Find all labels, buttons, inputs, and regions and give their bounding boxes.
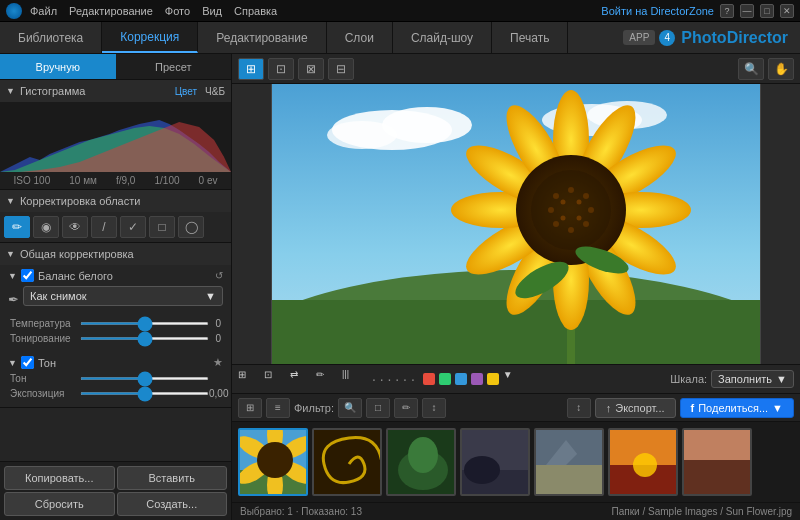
svg-point-24 [583, 193, 589, 199]
filmstrip-thumb-1[interactable] [238, 428, 308, 496]
fs-rect-btn[interactable]: □ [366, 398, 390, 418]
pan-tool-btn[interactable]: ✋ [768, 58, 794, 80]
tab-edit[interactable]: Редактирование [198, 22, 326, 53]
fs-edit-btn[interactable]: ✏ [394, 398, 418, 418]
wb-value: Как снимок [30, 290, 87, 302]
tool-rect[interactable]: □ [149, 216, 175, 238]
menu-edit[interactable]: Редактирование [69, 5, 153, 17]
app-title-photo: Photo [681, 29, 726, 46]
filmstrip-thumb-7[interactable] [682, 428, 752, 496]
tab-library[interactable]: Библиотека [0, 22, 102, 53]
reset-button[interactable]: Сбросить [4, 492, 115, 516]
statusbar-right: Папки / Sample Images / Sun Flower.jpg [612, 506, 792, 517]
bt-edit[interactable]: ✏ [316, 369, 338, 389]
fs-sort-btn[interactable]: ↕ [422, 398, 446, 418]
tab-print[interactable]: Печать [492, 22, 568, 53]
view-btn-detail[interactable]: ⊟ [328, 58, 354, 80]
minimize-btn[interactable]: — [740, 4, 754, 18]
fs-right-sort-btn[interactable]: ↕ [567, 398, 591, 418]
tone-header: ▼ Тон ★ [8, 356, 223, 369]
tab-layers[interactable]: Слои [327, 22, 393, 53]
wb-dropdown-row: ✒ Как снимок ▼ [8, 286, 223, 312]
color-yellow[interactable] [487, 373, 499, 385]
tab-slideshow[interactable]: Слайд-шоу [393, 22, 492, 53]
hue-slider[interactable] [80, 377, 209, 380]
bw-label[interactable]: Ч&Б [205, 86, 225, 97]
filmstrip-thumb-4[interactable] [460, 428, 530, 496]
export-button[interactable]: ↑ Экспорт... [595, 398, 676, 418]
menu-view[interactable]: Вид [202, 5, 222, 17]
svg-point-22 [531, 170, 611, 250]
menu-help[interactable]: Справка [234, 5, 277, 17]
statusbar-left: Выбрано: 1 · Показано: 13 [240, 506, 362, 517]
bt-view1[interactable]: ⊞ [238, 369, 260, 389]
bt-arrows[interactable]: ⇄ [290, 369, 312, 389]
close-btn[interactable]: ✕ [780, 4, 794, 18]
zoom-tool-btn[interactable]: 🔍 [738, 58, 764, 80]
tab-correction[interactable]: Коррекция [102, 22, 198, 53]
histogram-header-right: Цвет Ч&Б [175, 86, 225, 97]
maximize-btn[interactable]: □ [760, 4, 774, 18]
filmstrip-thumb-5[interactable] [534, 428, 604, 496]
filmstrip-thumb-3[interactable] [386, 428, 456, 496]
histogram-section: ▼ Гистограмма Цвет Ч&Б [0, 80, 231, 190]
svg-point-33 [561, 216, 566, 221]
subtab-preset[interactable]: Пресет [116, 54, 232, 79]
dirzone-link[interactable]: Войти на DirectorZone [601, 5, 714, 17]
thumb-4-svg [462, 430, 530, 496]
color-green[interactable] [439, 373, 451, 385]
wb-checkbox[interactable] [21, 269, 34, 282]
wb-dropdown[interactable]: Как снимок ▼ [23, 286, 223, 306]
tool-eye[interactable]: 👁 [62, 216, 88, 238]
region-correction-header[interactable]: ▼ Корректировка области [0, 190, 231, 212]
color-red[interactable] [423, 373, 435, 385]
exposure-slider[interactable] [80, 392, 209, 395]
view-btn-compare[interactable]: ⊡ [268, 58, 294, 80]
fs-grid-btn[interactable]: ⊞ [238, 398, 262, 418]
subtab-manual[interactable]: Вручную [0, 54, 116, 79]
menu-file[interactable]: Файл [30, 5, 57, 17]
image-viewer[interactable] [232, 84, 800, 364]
tool-circle[interactable]: ◉ [33, 216, 59, 238]
color-purple[interactable] [471, 373, 483, 385]
bt-view2[interactable]: ⊡ [264, 369, 286, 389]
tool-check[interactable]: ✓ [120, 216, 146, 238]
color-label[interactable]: Цвет [175, 86, 197, 97]
tone-star-icon[interactable]: ★ [213, 356, 223, 369]
facebook-icon: f [691, 402, 695, 414]
share-button[interactable]: f Поделиться... ▼ [680, 398, 794, 418]
scale-dropdown[interactable]: Заполнить ▼ [711, 370, 794, 388]
view-btn-single[interactable]: ⊞ [238, 58, 264, 80]
tool-slash[interactable]: / [91, 216, 117, 238]
help-btn[interactable]: ? [720, 4, 734, 18]
paste-button[interactable]: Вставить [117, 466, 228, 490]
color-blue[interactable] [455, 373, 467, 385]
create-button[interactable]: Создать... [117, 492, 228, 516]
view-btn-grid[interactable]: ⊠ [298, 58, 324, 80]
histogram-label: Гистограмма [20, 85, 86, 97]
histogram-header[interactable]: ▼ Гистограмма Цвет Ч&Б [0, 80, 231, 102]
filmstrip-thumb-6[interactable] [608, 428, 678, 496]
bt-filter[interactable]: ▼ [503, 369, 525, 389]
general-correction-header[interactable]: ▼ Общая корректировка [0, 243, 231, 265]
thumb-5-svg [536, 430, 604, 496]
white-balance-item: ▼ Баланс белого ↺ ✒ Как снимок ▼ Темпера… [0, 265, 231, 352]
temp-slider[interactable] [80, 322, 209, 325]
photo-svg [271, 84, 761, 364]
toning-slider[interactable] [80, 337, 209, 340]
wb-reset-btn[interactable]: ↺ [215, 270, 223, 281]
main-area: Вручную Пресет ▼ Гистограмма Цвет Ч&Б [0, 54, 800, 520]
tone-checkbox[interactable] [21, 356, 34, 369]
filmstrip-thumb-2[interactable] [312, 428, 382, 496]
menu-photo[interactable]: Фото [165, 5, 190, 17]
fs-search-btn[interactable]: 🔍 [338, 398, 362, 418]
view-toolbar: ⊞ ⊡ ⊠ ⊟ 🔍 ✋ [232, 54, 800, 84]
bt-stripes[interactable]: ||| [342, 369, 364, 389]
dots-row: · · · · · · [372, 371, 415, 387]
tool-oval[interactable]: ◯ [178, 216, 204, 238]
eyedropper-icon[interactable]: ✒ [8, 292, 19, 307]
fs-list-btn[interactable]: ≡ [266, 398, 290, 418]
toning-label: Тонирование [10, 333, 80, 344]
copy-button[interactable]: Копировать... [4, 466, 115, 490]
tool-pen[interactable]: ✏ [4, 216, 30, 238]
